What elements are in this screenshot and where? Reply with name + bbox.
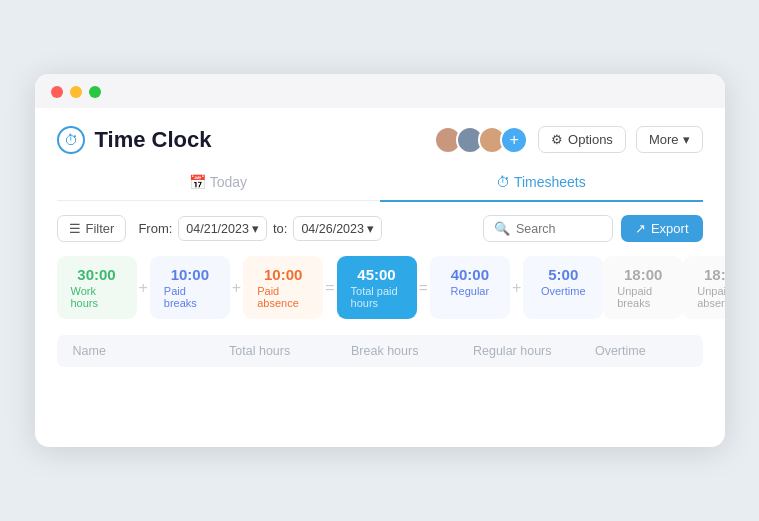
stat-unpaid-breaks-label: Unpaid breaks [617,285,669,309]
export-label: Export [651,221,689,236]
tabs: 📅 Today ⏱ Timesheets [57,164,703,202]
stat-paid-absence-value: 10:00 [264,266,302,283]
add-member-button[interactable]: + [500,126,528,154]
date-range: From: 04/21/2023 ▾ to: 04/26/2023 ▾ [138,216,382,241]
col-regular-hours: Regular hours [473,344,595,358]
tab-today[interactable]: 📅 Today [57,164,380,202]
minimize-dot[interactable] [70,86,82,98]
stat-paid-breaks: 10:00 Paid breaks [150,256,230,319]
stat-regular-label: Regular [451,285,490,297]
more-label: More [649,132,679,147]
stat-regular-value: 40:00 [451,266,489,283]
stat-overtime-label: Overtime [541,285,586,297]
header-right: + ⚙ Options More ▾ [434,126,702,154]
sep-3: = [323,256,336,319]
options-label: Options [568,132,613,147]
stat-total-value: 45:00 [357,266,395,283]
header: ⏱ Time Clock + ⚙ Options More ▾ [57,108,703,164]
stat-paid-breaks-label: Paid breaks [164,285,216,309]
stat-total-label: Total paid hours [351,285,403,309]
toolbar-left: ☰ Filter From: 04/21/2023 ▾ to: 04/26/20… [57,215,382,242]
stat-overtime-value: 5:00 [548,266,578,283]
avatars-group: + [434,126,528,154]
stat-unpaid-breaks-value: 18:00 [624,266,662,283]
col-break-hours: Break hours [351,344,473,358]
stat-work-value: 30:00 [77,266,115,283]
to-date-value: 04/26/2023 [301,222,364,236]
col-name: Name [67,344,230,358]
gear-icon: ⚙ [551,132,563,147]
tab-today-label: Today [210,174,247,190]
header-left: ⏱ Time Clock [57,126,212,154]
timesheets-icon: ⏱ [496,174,514,190]
col-overtime: Overtime [595,344,693,358]
stat-overtime: 5:00 Overtime [523,256,603,319]
from-date-select[interactable]: 04/21/2023 ▾ [178,216,267,241]
sep-2: + [230,256,243,319]
stat-total-paid: 45:00 Total paid hours [337,256,417,319]
export-icon: ↗ [635,221,646,236]
sep-4: = [417,256,430,319]
stat-paid-absence-label: Paid absence [257,285,309,309]
app-title: Time Clock [95,127,212,153]
stats-row: 30:00 Work hours + 10:00 Paid breaks + 1… [57,256,703,319]
stat-unpaid-breaks: 18:00 Unpaid breaks [603,256,683,319]
maximize-dot[interactable] [89,86,101,98]
close-dot[interactable] [51,86,63,98]
table-header: Name Total hours Break hours Regular hou… [57,335,703,367]
stat-regular: 40:00 Regular [430,256,510,319]
stat-unpaid-absence: 18:00 Unpaid absence [683,256,724,319]
app-window: ⏱ Time Clock + ⚙ Options More ▾ [35,74,725,448]
titlebar [35,74,725,108]
search-box[interactable]: 🔍 [483,215,613,242]
tab-timesheets-label: Timesheets [514,174,586,190]
to-label: to: [273,221,287,236]
main-content: ⏱ Time Clock + ⚙ Options More ▾ [35,108,725,368]
stat-work-hours: 30:00 Work hours [57,256,137,319]
chevron-down-icon: ▾ [252,221,259,236]
clock-icon: ⏱ [57,126,85,154]
export-button[interactable]: ↗ Export [621,215,703,242]
search-icon: 🔍 [494,221,510,236]
stat-work-label: Work hours [71,285,123,309]
sep-5: + [510,256,523,319]
stat-unpaid-absence-value: 18:00 [704,266,724,283]
filter-label: Filter [86,221,115,236]
search-input[interactable] [516,222,602,236]
chevron-down-icon: ▾ [683,132,690,147]
toolbar: ☰ Filter From: 04/21/2023 ▾ to: 04/26/20… [57,215,703,242]
toolbar-right: 🔍 ↗ Export [483,215,703,242]
stat-paid-breaks-value: 10:00 [171,266,209,283]
more-button[interactable]: More ▾ [636,126,703,153]
stat-unpaid-absence-label: Unpaid absence [697,285,724,309]
from-label: From: [138,221,172,236]
options-button[interactable]: ⚙ Options [538,126,626,153]
calendar-icon: 📅 [189,174,210,190]
from-date-value: 04/21/2023 [186,222,249,236]
to-date-select[interactable]: 04/26/2023 ▾ [293,216,382,241]
chevron-down-icon: ▾ [367,221,374,236]
filter-button[interactable]: ☰ Filter [57,215,127,242]
stat-paid-absence: 10:00 Paid absence [243,256,323,319]
sep-1: + [137,256,150,319]
col-total-hours: Total hours [229,344,351,358]
filter-icon: ☰ [69,221,81,236]
tab-timesheets[interactable]: ⏱ Timesheets [380,164,703,202]
